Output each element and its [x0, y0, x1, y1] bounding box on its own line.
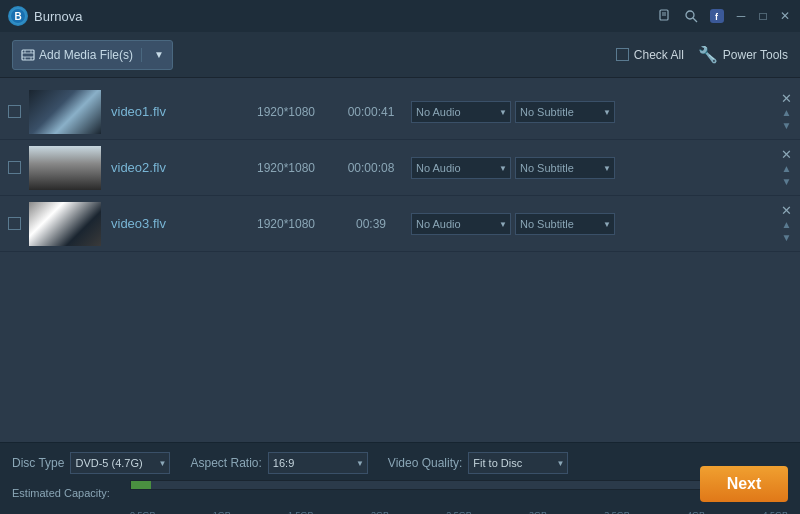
add-media-button[interactable]: Add Media File(s) ▼ — [12, 40, 173, 70]
file-name-1: video1.flv — [111, 104, 241, 119]
next-button[interactable]: Next — [700, 466, 788, 502]
capacity-label: Estimated Capacity: — [12, 487, 122, 499]
disc-type-select-wrapper[interactable]: DVD-5 (4.7G) DVD-9 (8.5G) — [70, 452, 170, 474]
tick-2.5gb: 2.5GB — [446, 510, 472, 515]
toolbar: Add Media File(s) ▼ Check All 🔧 Power To… — [0, 32, 800, 78]
audio-select-wrapper-3[interactable]: No Audio — [411, 213, 511, 235]
aspect-ratio-select-wrapper[interactable]: 16:9 4:3 — [268, 452, 368, 474]
aspect-ratio-label: Aspect Ratio: — [190, 456, 261, 470]
film-icon — [21, 48, 35, 62]
tick-1.5gb: 1.5GB — [288, 510, 314, 515]
check-all-checkbox[interactable] — [616, 48, 629, 61]
file-thumbnail-1 — [29, 90, 101, 134]
file-list: video1.flv 1920*1080 00:00:41 No Audio N… — [0, 78, 800, 442]
file-checkbox-1[interactable] — [8, 105, 21, 118]
move-down-3-button[interactable]: ▼ — [782, 232, 792, 244]
tick-1gb: 1GB — [213, 510, 231, 515]
audio-select-2[interactable]: No Audio — [411, 157, 511, 179]
audio-select-1[interactable]: No Audio — [411, 101, 511, 123]
search-icon[interactable] — [682, 7, 700, 25]
bottom-bar: Disc Type DVD-5 (4.7G) DVD-9 (8.5G) Aspe… — [0, 442, 800, 514]
capacity-row: Estimated Capacity: 0.5GB 1GB 1.5GB 2GB … — [12, 480, 788, 506]
move-down-1-button[interactable]: ▼ — [782, 120, 792, 132]
file-actions-2: ✕ ▲ ▼ — [781, 148, 792, 188]
file-resolution-1: 1920*1080 — [241, 105, 331, 119]
move-up-1-button[interactable]: ▲ — [782, 107, 792, 119]
disc-type-label: Disc Type — [12, 456, 64, 470]
file-name-2: video2.flv — [111, 160, 241, 175]
power-tools-button[interactable]: 🔧 Power Tools — [698, 45, 788, 64]
video-quality-select[interactable]: Fit to Disc High Medium — [468, 452, 568, 474]
audio-select-wrapper-1[interactable]: No Audio — [411, 101, 511, 123]
aspect-ratio-field: Aspect Ratio: 16:9 4:3 — [190, 452, 367, 474]
svg-point-5 — [686, 11, 694, 19]
subtitle-select-1[interactable]: No Subtitle — [515, 101, 615, 123]
maximize-button[interactable]: □ — [756, 9, 770, 23]
svg-line-6 — [693, 18, 697, 22]
title-bar: B Burnova f ─ □ ✕ — [0, 0, 800, 32]
reorder-arrows-2: ▲ ▼ — [782, 163, 792, 188]
capacity-progress-bar — [130, 480, 788, 490]
table-row: video2.flv 1920*1080 00:00:08 No Audio N… — [0, 140, 800, 196]
file-thumbnail-2 — [29, 146, 101, 190]
file-actions-1: ✕ ▲ ▼ — [781, 92, 792, 132]
file-name-3: video3.flv — [111, 216, 241, 231]
audio-select-wrapper-2[interactable]: No Audio — [411, 157, 511, 179]
check-all-label: Check All — [634, 48, 684, 62]
file-icon[interactable] — [656, 7, 674, 25]
minimize-button[interactable]: ─ — [734, 9, 748, 23]
aspect-ratio-select[interactable]: 16:9 4:3 — [268, 452, 368, 474]
check-all-container[interactable]: Check All — [616, 48, 684, 62]
wrench-icon: 🔧 — [698, 45, 718, 64]
app-title: Burnova — [34, 9, 82, 24]
reorder-arrows-3: ▲ ▼ — [782, 219, 792, 244]
subtitle-select-wrapper-1[interactable]: No Subtitle — [515, 101, 615, 123]
file-duration-3: 00:39 — [331, 217, 411, 231]
tick-3.5gb: 3.5GB — [604, 510, 630, 515]
video-quality-field: Video Quality: Fit to Disc High Medium — [388, 452, 569, 474]
move-up-3-button[interactable]: ▲ — [782, 219, 792, 231]
tick-4gb: 4GB — [687, 510, 705, 515]
file-checkbox-3[interactable] — [8, 217, 21, 230]
tick-0.5gb: 0.5GB — [130, 510, 156, 515]
subtitle-select-2[interactable]: No Subtitle — [515, 157, 615, 179]
settings-row: Disc Type DVD-5 (4.7G) DVD-9 (8.5G) Aspe… — [12, 452, 788, 474]
add-media-label: Add Media File(s) — [39, 48, 133, 62]
video-quality-select-wrapper[interactable]: Fit to Disc High Medium — [468, 452, 568, 474]
remove-file-3-button[interactable]: ✕ — [781, 204, 792, 217]
file-thumbnail-3 — [29, 202, 101, 246]
tick-4.5gb: 4.5GB — [762, 510, 788, 515]
reorder-arrows-1: ▲ ▼ — [782, 107, 792, 132]
video-quality-label: Video Quality: — [388, 456, 463, 470]
close-button[interactable]: ✕ — [778, 9, 792, 23]
subtitle-select-3[interactable]: No Subtitle — [515, 213, 615, 235]
svg-rect-9 — [22, 50, 34, 60]
tick-2gb: 2GB — [371, 510, 389, 515]
file-checkbox-2[interactable] — [8, 161, 21, 174]
file-actions-3: ✕ ▲ ▼ — [781, 204, 792, 244]
title-bar-right: f ─ □ ✕ — [656, 7, 792, 25]
move-down-2-button[interactable]: ▼ — [782, 176, 792, 188]
remove-file-2-button[interactable]: ✕ — [781, 148, 792, 161]
move-up-2-button[interactable]: ▲ — [782, 163, 792, 175]
tick-3gb: 3GB — [529, 510, 547, 515]
remove-file-1-button[interactable]: ✕ — [781, 92, 792, 105]
add-media-main[interactable]: Add Media File(s) — [21, 48, 142, 62]
svg-text:B: B — [14, 11, 21, 22]
table-row: video1.flv 1920*1080 00:00:41 No Audio N… — [0, 84, 800, 140]
file-resolution-2: 1920*1080 — [241, 161, 331, 175]
facebook-icon[interactable]: f — [708, 7, 726, 25]
audio-select-3[interactable]: No Audio — [411, 213, 511, 235]
subtitle-select-wrapper-3[interactable]: No Subtitle — [515, 213, 615, 235]
app-logo: B — [8, 6, 28, 26]
file-duration-1: 00:00:41 — [331, 105, 411, 119]
power-tools-label: Power Tools — [723, 48, 788, 62]
disc-type-field: Disc Type DVD-5 (4.7G) DVD-9 (8.5G) — [12, 452, 170, 474]
subtitle-select-wrapper-2[interactable]: No Subtitle — [515, 157, 615, 179]
add-media-dropdown-arrow[interactable]: ▼ — [146, 49, 164, 60]
capacity-progress-fill — [131, 481, 151, 489]
table-row: video3.flv 1920*1080 00:39 No Audio No S… — [0, 196, 800, 252]
file-resolution-3: 1920*1080 — [241, 217, 331, 231]
disc-type-select[interactable]: DVD-5 (4.7G) DVD-9 (8.5G) — [70, 452, 170, 474]
title-bar-left: B Burnova — [8, 6, 82, 26]
